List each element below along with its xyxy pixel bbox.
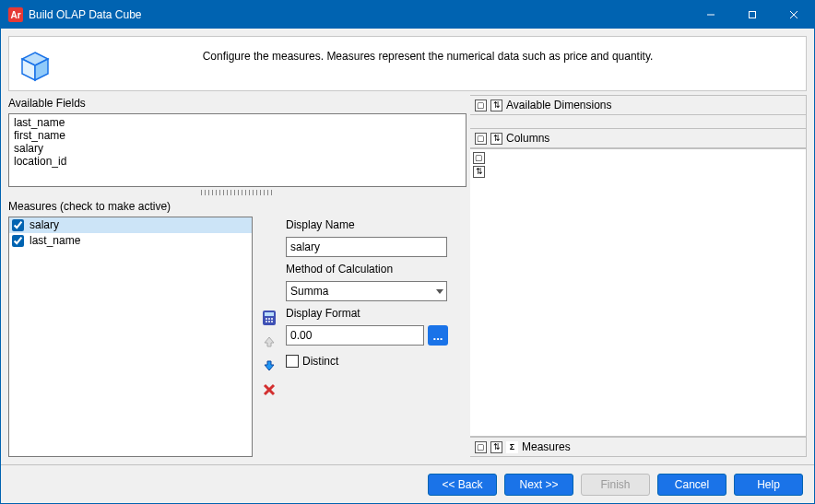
measures-header-label: Measures [522, 440, 571, 453]
wizard-description: Configure the measures. Measures represe… [59, 50, 797, 63]
svg-point-14 [271, 321, 273, 322]
measure-item[interactable]: last_name [9, 233, 252, 249]
svg-point-12 [266, 321, 267, 322]
svg-marker-16 [265, 361, 274, 370]
method-select[interactable]: Summa [286, 281, 447, 301]
available-field-item[interactable]: last_name [11, 116, 464, 129]
available-field-item[interactable]: first_name [11, 129, 464, 142]
wizard-header: Configure the measures. Measures represe… [8, 36, 807, 91]
expand-all-icon[interactable]: ▢ [473, 152, 485, 164]
move-down-icon[interactable] [260, 357, 278, 375]
measures-list[interactable]: salary last_name [8, 217, 253, 457]
titlebar: Ar Build OLAP Data Cube [1, 1, 814, 29]
delete-icon[interactable] [260, 381, 278, 399]
measures-header: ▢ ⇅ Σ Measures [470, 437, 807, 457]
close-button[interactable] [773, 1, 814, 29]
svg-point-13 [268, 321, 270, 322]
measure-item[interactable]: salary [9, 217, 252, 233]
columns-header: ▢ ⇅ Columns [470, 128, 807, 148]
svg-point-11 [271, 318, 273, 320]
available-field-item[interactable]: salary [11, 142, 464, 155]
format-label: Display Format [286, 305, 463, 322]
format-browse-button[interactable]: ... [428, 325, 448, 346]
measures-label: Measures (check to make active) [8, 198, 467, 215]
columns-label: Columns [506, 132, 549, 145]
minimize-button[interactable] [690, 1, 731, 29]
calculator-icon[interactable] [260, 309, 278, 327]
format-input[interactable] [286, 325, 424, 346]
sigma-icon[interactable]: Σ [506, 441, 518, 453]
expand-all-icon[interactable]: ▢ [475, 133, 487, 145]
cube-icon [18, 50, 52, 83]
available-fields-label: Available Fields [8, 95, 467, 111]
svg-rect-1 [749, 12, 755, 18]
available-fields-list[interactable]: last_name first_name salary location_id [8, 113, 467, 187]
available-dimensions-label: Available Dimensions [506, 99, 612, 111]
method-value: Summa [290, 285, 328, 298]
distinct-label: Distinct [302, 355, 338, 368]
next-button[interactable]: Next >> [504, 474, 573, 496]
svg-point-9 [266, 318, 267, 320]
method-label: Method of Calculation [286, 261, 463, 277]
display-name-label: Display Name [286, 217, 463, 233]
expand-all-icon[interactable]: ▢ [475, 100, 487, 111]
splitter-handle[interactable] [201, 190, 275, 195]
measure-item-label: last_name [30, 234, 80, 248]
app-icon: Ar [8, 7, 23, 22]
chevron-down-icon [436, 289, 443, 294]
display-name-input[interactable] [286, 237, 447, 257]
finish-button: Finish [581, 474, 650, 496]
maximize-button[interactable] [731, 1, 773, 29]
svg-point-10 [268, 318, 270, 320]
measure-detail-panel: Display Name Method of Calculation Summa… [286, 217, 467, 457]
button-bar: << Back Next >> Finish Cancel Help [1, 464, 814, 503]
distinct-checkbox[interactable] [286, 355, 299, 368]
available-field-item[interactable]: location_id [11, 155, 464, 168]
move-up-icon[interactable] [260, 333, 278, 351]
sort-icon[interactable]: ⇅ [490, 441, 502, 453]
back-button[interactable]: << Back [428, 474, 497, 496]
window-title: Build OLAP Data Cube [29, 8, 142, 21]
available-dimensions-header: ▢ ⇅ Available Dimensions [470, 95, 807, 115]
sort-icon[interactable]: ⇅ [490, 100, 502, 111]
dialog-window: Ar Build OLAP Data Cube Configure [0, 0, 815, 504]
expand-all-icon[interactable]: ▢ [475, 441, 487, 453]
columns-body: ▢ ⇅ [470, 148, 807, 437]
help-button[interactable]: Help [734, 474, 803, 496]
measure-item-label: salary [30, 218, 59, 232]
measure-checkbox[interactable] [12, 219, 24, 231]
svg-rect-8 [265, 312, 274, 316]
cancel-button[interactable]: Cancel [657, 474, 726, 496]
sort-icon[interactable]: ⇅ [473, 166, 485, 178]
sort-icon[interactable]: ⇅ [490, 133, 502, 145]
measure-checkbox[interactable] [12, 235, 24, 247]
svg-marker-15 [265, 337, 274, 346]
